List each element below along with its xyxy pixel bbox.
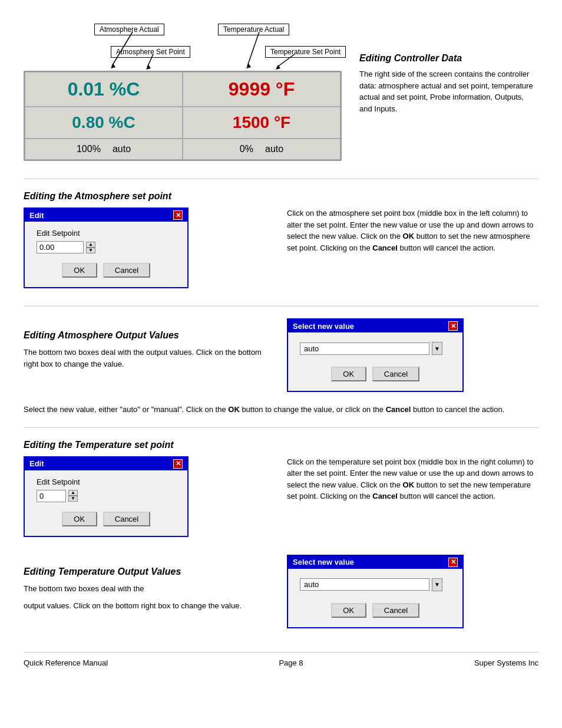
footer-left: Quick Reference Manual [24, 658, 108, 667]
temp-setpoint-description: Click on the temperature set point box (… [287, 456, 538, 502]
atm-setpoint-cancel-bold: Cancel [372, 243, 398, 252]
atm-setpoint-ok-bold: OK [403, 232, 415, 241]
section-temp-output: Editing Temperature Output Values The bo… [24, 555, 538, 628]
atm-output-select-input[interactable] [300, 342, 429, 355]
atm-output-body-text: The bottom two boxes deal with the outpu… [24, 347, 275, 370]
temp-output-dropdown-arrow[interactable]: ▼ [432, 578, 442, 591]
atm-output-row: 100% auto [30, 144, 177, 154]
atm-output-cancel-bold: Cancel [386, 405, 411, 414]
atm-setpoint-left: Edit ✕ Edit Setpoint ▲ ▼ OK Cancel [24, 207, 275, 294]
temp-setpoint-dialog-close[interactable]: ✕ [173, 459, 183, 469]
atm-setpoint-input-row: ▲ ▼ [37, 241, 176, 253]
section-atm-setpoint: Editing the Atmosphere set point Edit ✕ … [24, 191, 538, 294]
temp-output-body-text1: The bottom two boxes deal with the [24, 583, 275, 595]
temp-setpoint-ok-button[interactable]: OK [62, 512, 97, 526]
atm-setpoint-dialog: Edit ✕ Edit Setpoint ▲ ▼ OK Cancel [24, 207, 189, 288]
temp-setpoint-dialog-label: Edit Setpoint [37, 477, 176, 486]
atm-setpoint-dialog-buttons: OK Cancel [37, 263, 176, 278]
callout-atm-actual: Atmosphere Actual [94, 24, 164, 35]
temp-output-dialog-close[interactable]: ✕ [448, 558, 458, 567]
atm-output-two-col: Editing Atmosphere Output Values The bot… [24, 318, 538, 392]
section-temp-setpoint: Editing the Temperature set point Edit ✕… [24, 440, 538, 543]
diagram-section: Atmosphere Actual Atmosphere Set Point T… [24, 18, 538, 161]
diagram-description-heading: Editing Controller Data [359, 53, 538, 64]
callout-temp-actual: Temperature Actual [218, 24, 289, 35]
svg-marker-1 [111, 64, 115, 68]
temp-setpoint-cell: 1500 °F [183, 107, 340, 139]
temp-setpoint-spinner-up[interactable]: ▲ [68, 490, 78, 496]
atm-setpoint-dialog-titlebar: Edit ✕ [25, 209, 187, 222]
atm-setpoint-spinner: ▲ ▼ [86, 242, 95, 253]
section-atm-setpoint-heading: Editing the Atmosphere set point [24, 191, 538, 202]
svg-line-4 [247, 32, 259, 66]
temp-setpoint-ok-bold: OK [403, 480, 415, 489]
temp-setpoint-dialog: Edit ✕ Edit Setpoint ▲ ▼ OK Cancel [24, 456, 189, 537]
divider-2 [24, 306, 538, 307]
atm-output-dropdown-row: ▼ [300, 342, 451, 355]
atm-setpoint-description: Click on the atmosphere set point box (m… [287, 207, 538, 253]
temp-setpoint-cancel-bold: Cancel [372, 492, 398, 500]
temp-setpoint-two-col: Edit ✕ Edit Setpoint ▲ ▼ OK Cancel [24, 456, 538, 543]
atm-output-cancel-button[interactable]: Cancel [372, 367, 419, 381]
section-atm-output-heading: Editing Atmosphere Output Values [24, 330, 275, 341]
atm-output-ok-bold: OK [228, 405, 240, 414]
temp-setpoint-dialog-buttons: OK Cancel [37, 512, 176, 526]
atm-output-left: Editing Atmosphere Output Values The bot… [24, 318, 275, 375]
atm-output-select-buttons: OK Cancel [300, 367, 451, 381]
temp-setpoint-dialog-body: Edit Setpoint ▲ ▼ OK Cancel [25, 470, 187, 536]
atm-output-cell: 100% auto [25, 139, 183, 160]
temp-output-ok-button[interactable]: OK [331, 603, 366, 618]
atm-setpoint-dialog-close[interactable]: ✕ [173, 210, 183, 220]
footer-center: Page 8 [279, 658, 303, 667]
svg-marker-3 [146, 65, 151, 70]
atm-setpoint-dialog-body: Edit Setpoint ▲ ▼ OK Cancel [25, 222, 187, 287]
atm-setpoint-input[interactable] [37, 241, 84, 253]
atm-setpoint-cancel-button[interactable]: Cancel [103, 263, 150, 278]
temp-setpoint-spinner: ▲ ▼ [68, 490, 78, 502]
section-temp-setpoint-heading: Editing the Temperature set point [24, 440, 538, 450]
atm-output-dialog-close[interactable]: ✕ [448, 321, 458, 331]
footer: Quick Reference Manual Page 8 Super Syst… [24, 652, 538, 667]
atm-setpoint-dialog-label: Edit Setpoint [37, 229, 176, 238]
temp-setpoint-input-row: ▲ ▼ [37, 490, 176, 502]
temp-output-select-buttons: OK Cancel [300, 603, 451, 618]
diagram-description-text: The right side of the screen contains th… [359, 68, 538, 114]
temp-setpoint-left: Edit ✕ Edit Setpoint ▲ ▼ OK Cancel [24, 456, 275, 543]
atm-setpoint-ok-button[interactable]: OK [62, 263, 97, 278]
temp-setpoint-right: Click on the temperature set point box (… [287, 456, 538, 508]
atm-output-dropdown-arrow[interactable]: ▼ [432, 342, 442, 355]
callout-arrows-svg [24, 18, 342, 71]
temp-output-right: Select new value ✕ ▼ OK Cancel [287, 555, 538, 628]
atm-setpoint-spinner-up[interactable]: ▲ [86, 242, 95, 248]
temp-output-select-input[interactable] [300, 578, 429, 591]
atm-setpoint-spinner-down[interactable]: ▼ [86, 248, 95, 253]
temp-output-body-text2: output values. Click on the bottom right… [24, 600, 275, 612]
atm-setpoint-cell: 0.80 %C [25, 107, 183, 139]
temp-output-cancel-button[interactable]: Cancel [372, 603, 419, 618]
temp-output-left: Editing Temperature Output Values The bo… [24, 555, 275, 618]
atm-output-ok-button[interactable]: OK [331, 367, 366, 381]
svg-marker-7 [276, 65, 280, 70]
temp-output-select-body: ▼ OK Cancel [288, 569, 462, 627]
temp-setpoint-input[interactable] [37, 490, 66, 502]
section-atm-output: Editing Atmosphere Output Values The bot… [24, 318, 538, 416]
atm-output-select-titlebar: Select new value ✕ [288, 319, 462, 332]
diagram-right: Editing Controller Data The right side o… [359, 18, 538, 161]
temp-output-select-dialog: Select new value ✕ ▼ OK Cancel [287, 555, 464, 628]
atm-output-select-body: ▼ OK Cancel [288, 332, 462, 391]
callout-labels: Atmosphere Actual Atmosphere Set Point T… [24, 18, 342, 71]
temp-output-row: 0% auto [188, 144, 335, 154]
temp-output-select-titlebar: Select new value ✕ [288, 556, 462, 569]
section-temp-output-heading: Editing Temperature Output Values [24, 566, 275, 577]
temp-output-dropdown-row: ▼ [300, 578, 451, 591]
temp-output-two-col: Editing Temperature Output Values The bo… [24, 555, 538, 628]
atm-setpoint-two-col: Edit ✕ Edit Setpoint ▲ ▼ OK Cancel [24, 207, 538, 294]
callout-temp-setpoint: Temperature Set Point [265, 46, 346, 58]
temp-setpoint-cancel-button[interactable]: Cancel [103, 512, 150, 526]
controller-display: 0.01 %C 9999 °F 0.80 %C 1500 °F 100% aut… [24, 71, 342, 161]
footer-right: Super Systems Inc [474, 658, 538, 667]
atm-output-right: Select new value ✕ ▼ OK Cancel [287, 318, 538, 392]
atm-setpoint-right: Click on the atmosphere set point box (m… [287, 207, 538, 259]
temp-setpoint-spinner-down[interactable]: ▼ [68, 496, 78, 502]
diagram-left: Atmosphere Actual Atmosphere Set Point T… [24, 18, 342, 161]
